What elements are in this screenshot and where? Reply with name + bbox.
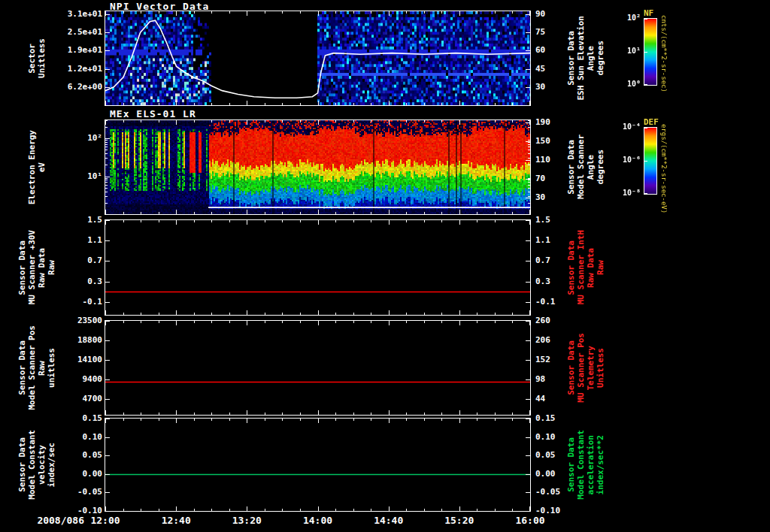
mu-scanner-30v-right-tick-label: -0.1 xyxy=(535,297,567,307)
model-scanner-pos-right-axis-label-line: MU Scanner Pos xyxy=(576,333,586,403)
npi-vector-left-tick-label: 2.5e+01 xyxy=(53,27,102,37)
els-spectrogram-left-axis-label: Electron EnergyeV xyxy=(15,120,59,214)
npi-vector-right-tick-label: 60 xyxy=(535,45,567,55)
els-spectrogram-right-tick-label: 30 xyxy=(535,192,567,202)
x-axis-tick-label: 12:00 xyxy=(84,515,126,526)
model-scanner-pos-left-axis-label-line: Sensor Data xyxy=(17,340,27,395)
model-scanner-pos-right-tick-label: 98 xyxy=(535,374,567,384)
npi-vector-left-tick-label: 1.2e+01 xyxy=(53,64,102,74)
npi-vector-left-axis-label: SectorUnitless xyxy=(15,11,59,105)
els-spectrogram-right-axis-label-line: Sensor Data xyxy=(566,140,576,195)
x-axis-tick-label: 14:00 xyxy=(297,515,339,526)
mu-scanner-30v-left-axis-label-line: Sensor Data xyxy=(17,240,27,295)
model-scanner-pos-right-tick-label: 206 xyxy=(535,335,567,345)
npi-vector-right-tick-label: 30 xyxy=(535,82,567,92)
npi-vector-right-tick-label: 90 xyxy=(535,9,567,19)
mu-scanner-30v-left-axis-label: Sensor DataMU Scanner +30VRaw DataRaw xyxy=(15,220,59,315)
colorbar-def-tick-label: 10⁻⁶ xyxy=(612,156,641,164)
model-scanner-pos-left-tick-label: 18800 xyxy=(53,335,102,345)
model-constant-velocity-right-axis-label: Sensor DataModel Constantaccelerationind… xyxy=(564,419,608,511)
model-constant-velocity-left-tick-label: 0.00 xyxy=(53,469,102,479)
mu-scanner-30v-right-axis-label: Sensor DataMU Scanner IntHRaw DataRaw xyxy=(564,220,608,315)
model-scanner-pos-right-tick-label: 260 xyxy=(535,316,567,325)
colorbar-nf-unit-label: cnts/(cm**2-sr-sec) xyxy=(660,15,668,104)
els-spectrogram-right-axis-label-line: degrees xyxy=(596,150,605,184)
colorbar-unit-text: cnts/(cm**2-sr-sec) xyxy=(660,15,668,92)
mu-scanner-30v-right-tick-label: 1.5 xyxy=(535,215,567,225)
colorbar-def-unit-label: ergs/(cm**2-sr-sec-eV) xyxy=(660,124,668,213)
colorbar-def-gradient xyxy=(644,127,657,195)
date-label: 2008/086 xyxy=(12,515,84,526)
colorbar-nf-gradient xyxy=(644,18,657,86)
mu-scanner-30v-left-tick-label: 1.5 xyxy=(53,215,102,225)
model-constant-velocity-plot-canvas xyxy=(105,418,531,512)
npi-vector-left-axis-label-line: Unitless xyxy=(37,38,47,78)
model-constant-velocity-right-tick-label: 0.00 xyxy=(535,469,567,479)
colorbar-nf-tick-label: 10⁰ xyxy=(612,80,641,88)
x-axis-tick-label: 16:00 xyxy=(509,515,551,526)
mu-scanner-30v-right-tick-label: 0.7 xyxy=(535,255,567,265)
model-scanner-pos-left-axis-label-line: Model Scanner Pos xyxy=(27,325,37,410)
npi-vector-right-axis-label-line: degrees xyxy=(596,41,605,75)
els-spectrogram-left-tick-label: 10¹ xyxy=(53,171,102,181)
x-axis-tick-label: 14:40 xyxy=(368,515,410,526)
model-scanner-pos-left-axis-label-line: Raw xyxy=(37,361,47,376)
els-spectrogram-left-tick-label: 10² xyxy=(53,133,102,143)
model-constant-velocity-right-axis-label-line: acceleration xyxy=(586,435,596,494)
model-scanner-pos-left-axis-label: Sensor DataModel Scanner PosRawunitless xyxy=(15,321,59,415)
model-scanner-pos-right-axis-label-line: Unitless xyxy=(596,348,605,388)
panel-title-els: MEx ELS-01 LR xyxy=(110,108,196,119)
mu-scanner-30v-left-axis-label-line: Raw xyxy=(47,260,56,275)
x-axis-tick-label: 15:20 xyxy=(438,515,480,526)
mu-scanner-30v-left-tick-label: 1.1 xyxy=(53,235,102,245)
npi-vector-right-axis-label-line: ESH Sun Elevation xyxy=(576,16,586,101)
mu-scanner-30v-plot-canvas xyxy=(105,219,531,316)
model-scanner-pos-left-tick-label: 23500 xyxy=(53,316,102,325)
colorbar-unit-text: ergs/(cm**2-sr-sec-eV) xyxy=(660,124,668,213)
npi-vector-plot-canvas xyxy=(105,11,531,106)
mu-scanner-30v-right-axis-label-line: Raw Data xyxy=(586,248,596,288)
npi-vector-right-axis-label-line: Sensor Data xyxy=(566,31,576,86)
els-spectrogram-plot-canvas xyxy=(105,119,531,215)
model-constant-velocity-left-tick-label: 0.10 xyxy=(53,432,102,442)
els-spectrogram-right-tick-label: 110 xyxy=(535,155,567,165)
model-scanner-pos-left-tick-label: 4700 xyxy=(53,394,102,404)
model-constant-velocity-left-axis-label-line: index/sec xyxy=(47,443,56,488)
colorbar-nf-tick-label: 10² xyxy=(612,14,641,22)
els-spectrogram-right-tick-label: 190 xyxy=(535,117,567,127)
model-scanner-pos-right-tick-label: 44 xyxy=(535,394,567,404)
model-constant-velocity-right-tick-label: -0.05 xyxy=(535,487,567,497)
model-scanner-pos-plot-canvas xyxy=(105,320,531,416)
model-constant-velocity-left-axis-label-line: Model Constant xyxy=(27,430,37,500)
colorbar-def-tick-label: 10⁻⁴ xyxy=(612,122,641,131)
colorbar-name-nf: NF xyxy=(644,8,653,18)
model-scanner-pos-left-axis-label-line: unitless xyxy=(47,348,56,388)
mu-scanner-30v-right-axis-label-line: Sensor Data xyxy=(566,240,576,295)
x-axis-tick-label: 12:40 xyxy=(155,515,197,526)
mu-scanner-30v-right-tick-label: 0.3 xyxy=(535,277,567,286)
els-spectrogram-right-axis-label: Sensor DataModel ScannerAngledegrees xyxy=(564,120,608,214)
colorbar-nf-tick-label: 10¹ xyxy=(612,47,641,55)
model-constant-velocity-right-tick-label: 0.10 xyxy=(535,432,567,442)
model-constant-velocity-left-axis-label-line: velocity xyxy=(37,445,47,485)
els-spectrogram-right-axis-label-line: Angle xyxy=(586,155,596,180)
model-constant-velocity-left-tick-label: 0.15 xyxy=(53,413,102,423)
model-constant-velocity-right-axis-label-line: index/sec**2 xyxy=(596,435,605,494)
model-scanner-pos-right-axis-label: Sensor DataMU Scanner PosTelemetryUnitle… xyxy=(564,321,608,415)
mu-scanner-30v-left-tick-label: -0.1 xyxy=(53,297,102,307)
npi-vector-right-axis-label: Sensor DataESH Sun ElevationAngledegrees xyxy=(564,11,608,105)
els-spectrogram-right-axis-label-line: Model Scanner xyxy=(576,135,586,199)
model-constant-velocity-left-tick-label: 0.05 xyxy=(53,450,102,460)
els-spectrogram-right-tick-label: 150 xyxy=(535,136,567,146)
model-constant-velocity-left-axis-label: Sensor DataModel Constantvelocityindex/s… xyxy=(15,419,59,511)
model-constant-velocity-left-axis-label-line: Sensor Data xyxy=(17,437,27,492)
mu-scanner-30v-left-axis-label-line: Raw Data xyxy=(37,248,47,288)
npi-vector-left-axis-label-line: Sector xyxy=(27,44,37,74)
spectrogram-dashboard: NPI Vector Data MEx ELS-01 LR 2008/086 3… xyxy=(0,0,770,532)
mu-scanner-30v-left-axis-label-line: MU Scanner +30V xyxy=(27,230,37,304)
model-constant-velocity-right-axis-label-line: Sensor Data xyxy=(566,437,576,492)
model-constant-velocity-right-axis-label-line: Model Constant xyxy=(576,430,586,500)
npi-vector-right-tick-label: 45 xyxy=(535,64,567,74)
npi-vector-right-axis-label-line: Angle xyxy=(586,46,596,71)
mu-scanner-30v-right-axis-label-line: Raw xyxy=(596,260,605,275)
